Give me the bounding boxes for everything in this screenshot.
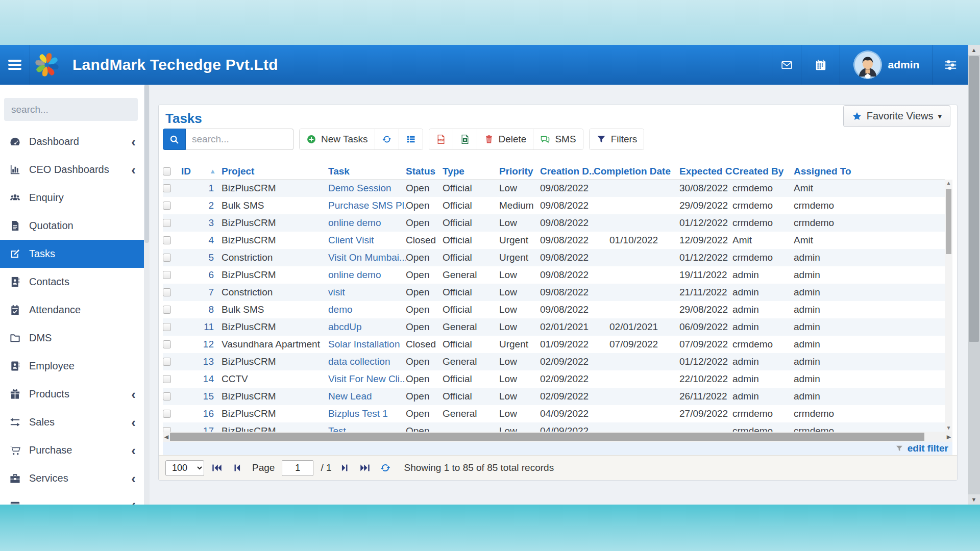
sidebar-item-employee[interactable]: Employee — [0, 352, 144, 380]
column-header-assigned-to[interactable]: Assigned To — [794, 166, 945, 177]
table-row[interactable]: 14CCTVVisit For New Cli...OpenOfficialLo… — [163, 370, 945, 388]
table-vscroll-thumb[interactable] — [946, 189, 951, 254]
table-row[interactable]: 17BizPlusCRMTestOpenLow04/09/2022crmdemo… — [163, 422, 945, 432]
cell-task[interactable]: online demo — [328, 217, 406, 229]
row-checkbox[interactable] — [163, 236, 171, 244]
sidebar-item-dms[interactable]: DMS — [0, 324, 144, 352]
column-header-created-by[interactable]: Created By — [732, 166, 794, 177]
column-header-completion[interactable]: Completion Date — [594, 166, 679, 177]
row-checkbox[interactable] — [163, 254, 171, 262]
page-number-input[interactable] — [282, 460, 313, 476]
table-row[interactable]: 12Vasundhara ApartmentSolar Installation… — [163, 336, 945, 353]
column-header-project[interactable]: Project — [217, 166, 328, 177]
table-row[interactable]: 4BizPlusCRMClient VisitClosedOfficialUrg… — [163, 232, 945, 249]
sidebar-item-tasks[interactable]: Tasks — [0, 240, 144, 268]
scroll-up-arrow[interactable]: ▲ — [945, 180, 952, 187]
table-row[interactable]: 16BizPlusCRMBizplus Test 1OpenGeneralLow… — [163, 405, 945, 422]
table-row[interactable]: 2Bulk SMSPurchase SMS Pl...OpenOfficialM… — [163, 197, 945, 214]
sidebar-item-quotation[interactable]: Quotation — [0, 212, 144, 240]
row-checkbox[interactable] — [163, 202, 171, 210]
cell-task[interactable]: Bizplus Test 1 — [328, 408, 406, 419]
cell-task[interactable]: Visit For New Cli... — [328, 373, 406, 385]
list-view-button[interactable] — [399, 129, 423, 149]
row-checkbox[interactable] — [163, 358, 171, 366]
mail-icon[interactable] — [772, 45, 801, 85]
row-checkbox[interactable] — [163, 340, 171, 348]
table-vertical-scrollbar[interactable]: ▲ ▼ — [945, 180, 952, 432]
sidebar-item-attendance[interactable]: Attendance — [0, 296, 144, 324]
favorite-views-button[interactable]: Favorite Views ▾ — [843, 105, 950, 127]
settings-sliders-icon[interactable] — [933, 45, 968, 85]
page-scroll-up-arrow[interactable]: ▲ — [968, 45, 980, 55]
cell-task[interactable]: Visit On Mumbai... — [328, 252, 406, 263]
hamburger-menu-icon[interactable] — [0, 45, 30, 85]
table-row[interactable]: 15BizPlusCRMNew LeadOpenOfficialLow02/09… — [163, 388, 945, 405]
sidebar-item-enquiry[interactable]: Enquiry — [0, 184, 144, 212]
page-size-select[interactable]: 100 — [165, 460, 204, 476]
sidebar-item-ceo-dashboards[interactable]: CEO Dashboards‹ — [0, 156, 144, 184]
table-row[interactable]: 13BizPlusCRMdata collectionOpenGeneralLo… — [163, 353, 945, 370]
sidebar-item-purchase[interactable]: Purchase‹ — [0, 436, 144, 464]
cell-task[interactable]: Demo Session — [328, 183, 406, 194]
refresh-button[interactable] — [375, 129, 399, 149]
cell-task[interactable]: Solar Installation — [328, 339, 406, 350]
delete-button[interactable]: Delete — [477, 129, 533, 149]
table-row[interactable]: 3BizPlusCRMonline demoOpenOfficialLow09/… — [163, 214, 945, 232]
sidebar-item-products[interactable]: Products‹ — [0, 380, 144, 408]
user-menu[interactable]: admin — [840, 45, 933, 85]
previous-page-button[interactable] — [232, 461, 245, 474]
scroll-right-arrow[interactable]: ▶ — [945, 432, 952, 442]
sidebar-item-contacts[interactable]: Contacts — [0, 268, 144, 296]
cell-task[interactable]: Client Visit — [328, 235, 406, 246]
row-checkbox[interactable] — [163, 288, 171, 296]
cell-task[interactable]: Purchase SMS Pl... — [328, 200, 406, 211]
column-header-type[interactable]: Type — [443, 166, 499, 177]
select-all-checkbox[interactable] — [163, 167, 171, 176]
cell-task[interactable]: Test — [328, 425, 406, 432]
page-scroll-thumb[interactable] — [969, 56, 979, 342]
table-row[interactable]: 1BizPlusCRMDemo SessionOpenOfficialLow09… — [163, 180, 945, 197]
export-pdf-button[interactable]: PDF — [429, 129, 453, 149]
row-checkbox[interactable] — [163, 306, 171, 314]
column-header-id[interactable]: ID▲ — [178, 166, 217, 177]
export-excel-button[interactable] — [453, 129, 477, 149]
column-header-task[interactable]: Task — [328, 166, 406, 177]
table-hscroll-thumb[interactable] — [170, 433, 924, 441]
new-tasks-button[interactable]: New Tasks — [300, 129, 375, 149]
sidebar-item-more[interactable]: ‹ — [0, 492, 144, 505]
row-checkbox[interactable] — [163, 392, 171, 400]
table-row[interactable]: 6BizPlusCRMonline demoOpenGeneralLow09/0… — [163, 266, 945, 284]
column-header-expected[interactable]: Expected C... — [679, 166, 732, 177]
pagination-refresh-icon[interactable] — [380, 461, 393, 474]
row-checkbox[interactable] — [163, 427, 171, 432]
page-scrollbar[interactable]: ▲ ▼ — [968, 45, 980, 505]
row-checkbox[interactable] — [163, 219, 171, 227]
next-page-button[interactable] — [339, 461, 352, 474]
table-row[interactable]: 11BizPlusCRMabcdUpOpenGeneralLow02/01/20… — [163, 318, 945, 336]
cell-task[interactable]: online demo — [328, 269, 406, 281]
cell-task[interactable]: abcdUp — [328, 321, 406, 333]
cell-task[interactable]: data collection — [328, 356, 406, 367]
row-checkbox[interactable] — [163, 375, 171, 383]
cell-task[interactable]: New Lead — [328, 391, 406, 402]
sidebar-item-services[interactable]: Services‹ — [0, 464, 144, 492]
edit-filter-link[interactable]: edit filter — [908, 443, 948, 454]
calendar-icon[interactable] — [801, 45, 840, 85]
sms-button[interactable]: SMS — [533, 129, 582, 149]
row-checkbox[interactable] — [163, 271, 171, 279]
filters-button[interactable]: Filters — [590, 129, 644, 149]
table-row[interactable]: 7ConstrictionvisitOpenOfficialLow09/08/2… — [163, 284, 945, 301]
first-page-button[interactable] — [211, 461, 225, 474]
row-checkbox[interactable] — [163, 323, 171, 331]
scroll-down-arrow[interactable]: ▼ — [945, 424, 952, 432]
sidebar-scrollbar[interactable] — [144, 85, 150, 505]
column-header-creation[interactable]: Creation D... — [540, 166, 594, 177]
column-header-priority[interactable]: Priority — [499, 166, 540, 177]
last-page-button[interactable] — [359, 461, 373, 474]
table-search-input[interactable] — [186, 129, 293, 150]
scroll-left-arrow[interactable]: ◀ — [163, 432, 170, 442]
cell-task[interactable]: visit — [328, 287, 406, 298]
table-horizontal-scrollbar[interactable]: ◀ ▶ — [163, 432, 952, 442]
column-header-status[interactable]: Status — [406, 166, 443, 177]
table-row[interactable]: 5ConstrictionVisit On Mumbai...OpenOffic… — [163, 249, 945, 266]
